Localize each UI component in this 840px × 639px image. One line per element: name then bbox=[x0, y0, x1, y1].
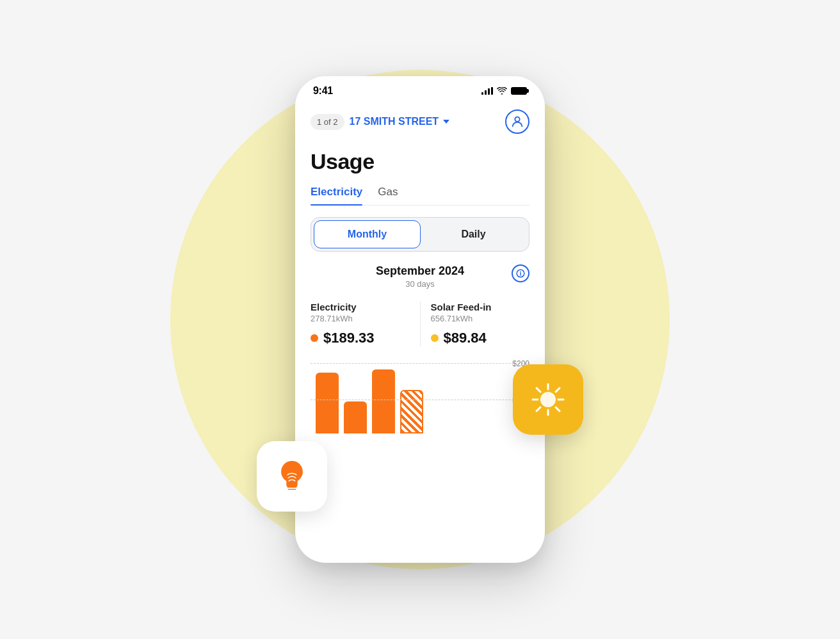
status-bar: 9:41 bbox=[295, 76, 545, 102]
tab-electricity[interactable]: Electricity bbox=[311, 186, 362, 205]
sun-icon bbox=[530, 382, 566, 417]
floating-sun-card bbox=[513, 364, 583, 435]
stats-row: Electricity 278.71kWh $189.33 Solar Feed… bbox=[311, 302, 529, 346]
chevron-down-icon bbox=[443, 120, 449, 124]
chart-bars bbox=[311, 357, 529, 433]
battery-icon bbox=[511, 87, 527, 95]
svg-line-11 bbox=[537, 388, 540, 392]
electricity-dot bbox=[311, 334, 318, 342]
profile-icon bbox=[510, 115, 524, 129]
period-section: September 2024 30 days bbox=[311, 264, 529, 289]
bar-2 bbox=[344, 401, 367, 433]
solar-kwh: 656.71kWh bbox=[431, 314, 530, 323]
svg-point-6 bbox=[540, 392, 556, 407]
location-button[interactable]: 17 SMITH STREET bbox=[350, 116, 450, 127]
profile-button[interactable] bbox=[505, 109, 529, 134]
electricity-stat-label: Electricity bbox=[311, 302, 410, 312]
nav-bar: 1 of 2 17 SMITH STREET bbox=[311, 107, 529, 136]
period-title: September 2024 bbox=[376, 264, 464, 278]
info-button[interactable] bbox=[512, 264, 529, 282]
svg-line-12 bbox=[556, 407, 560, 411]
chart-line-100: $100 bbox=[311, 400, 529, 400]
solar-stat-label: Solar Feed-in bbox=[431, 302, 530, 312]
solar-dot bbox=[431, 334, 439, 342]
chart-area: $200 $100 bbox=[311, 357, 529, 446]
phone-frame: 9:41 bbox=[295, 76, 545, 563]
page-title: Usage bbox=[311, 149, 529, 174]
daily-button[interactable]: Daily bbox=[421, 220, 526, 248]
solar-stat: Solar Feed-in 656.71kWh $89.84 bbox=[420, 302, 530, 346]
chart-line-200: $200 bbox=[311, 363, 529, 364]
electricity-value: $189.33 bbox=[323, 330, 375, 346]
electricity-stat: Electricity 278.71kWh $189.33 bbox=[311, 302, 420, 346]
counter-badge: 1 of 2 bbox=[311, 114, 344, 130]
period-days: 30 days bbox=[376, 279, 464, 289]
signal-icon bbox=[481, 87, 493, 95]
period-toggle: Monthly Daily bbox=[311, 217, 529, 252]
location-label: 17 SMITH STREET bbox=[350, 116, 439, 127]
floating-bulb-card bbox=[257, 441, 327, 512]
svg-point-0 bbox=[515, 117, 519, 122]
bar-4 bbox=[400, 390, 423, 433]
status-icons bbox=[481, 87, 527, 95]
solar-value-row: $89.84 bbox=[431, 330, 530, 346]
bar-1 bbox=[316, 373, 339, 433]
tab-gas[interactable]: Gas bbox=[378, 186, 398, 205]
tab-row: Electricity Gas bbox=[311, 186, 529, 206]
wifi-icon bbox=[497, 87, 507, 95]
phone-content: 1 of 2 17 SMITH STREET Usage bbox=[295, 102, 545, 462]
electricity-value-row: $189.33 bbox=[311, 330, 410, 346]
status-time: 9:41 bbox=[313, 85, 333, 97]
solar-value: $89.84 bbox=[444, 330, 487, 346]
svg-line-14 bbox=[537, 407, 540, 411]
electricity-kwh: 278.71kWh bbox=[311, 314, 410, 323]
svg-line-13 bbox=[556, 388, 560, 392]
bulb-icon bbox=[273, 458, 311, 495]
location-pill[interactable]: 1 of 2 17 SMITH STREET bbox=[311, 114, 449, 130]
bar-3 bbox=[372, 369, 395, 433]
period-info: September 2024 30 days bbox=[376, 264, 464, 289]
monthly-button[interactable]: Monthly bbox=[314, 220, 421, 248]
